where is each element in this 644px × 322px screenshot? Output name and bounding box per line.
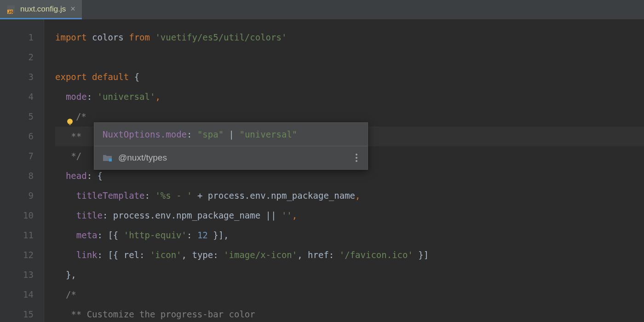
line-number[interactable]: 6 (0, 126, 44, 146)
svg-point-3 (67, 119, 73, 124)
code-line[interactable]: export default { (55, 67, 644, 87)
line-number[interactable]: 7 (0, 146, 44, 166)
code-line[interactable]: import colors from 'vuetify/es5/util/col… (55, 28, 644, 47)
code-area[interactable]: import colors from 'vuetify/es5/util/col… (44, 19, 644, 322)
code-line[interactable]: title: process.env.npm_package_name || '… (55, 206, 644, 225)
line-number[interactable]: 4 (0, 87, 44, 107)
code-line[interactable]: /* (55, 285, 644, 305)
type-info-popup: NuxtOptions.mode: "spa" | "universal" @n… (94, 122, 368, 170)
line-number[interactable]: 5 (0, 107, 44, 126)
js-file-icon: JS (6, 5, 16, 14)
line-number[interactable]: 2 (0, 47, 44, 67)
svg-rect-4 (69, 124, 71, 125)
svg-rect-5 (109, 159, 112, 161)
popup-source-label: @nuxt/types (118, 153, 167, 163)
code-line[interactable]: meta: [{ 'http-equiv': 12 }], (55, 225, 644, 245)
tab-bar: JS nuxt.config.js × (0, 0, 644, 19)
code-line[interactable] (55, 47, 644, 67)
code-line[interactable]: mode: 'universal', (55, 87, 644, 107)
line-number[interactable]: 11 (0, 225, 44, 245)
tab-active[interactable]: JS nuxt.config.js × (0, 0, 82, 19)
popup-source-row: @nuxt/types (94, 146, 368, 169)
line-number[interactable]: 10 (0, 206, 44, 225)
code-line[interactable]: titleTemplate: '%s - ' + process.env.npm… (55, 186, 644, 206)
more-options-icon[interactable] (354, 152, 359, 164)
popup-type-signature: NuxtOptions.mode: "spa" | "universal" (94, 123, 368, 146)
editor: 1 2 3 4 5 6 7 8 9 10 11 12 13 14 15 − − … (0, 19, 644, 322)
svg-text:JS: JS (8, 10, 13, 14)
line-number[interactable]: 12 (0, 245, 44, 265)
line-number[interactable]: 13 (0, 265, 44, 285)
line-number[interactable]: 3 (0, 67, 44, 87)
close-icon[interactable]: × (70, 4, 75, 14)
line-number[interactable]: 8 (0, 166, 44, 186)
line-number[interactable]: 1 (0, 28, 44, 47)
line-number[interactable]: 14 (0, 285, 44, 305)
gutter: 1 2 3 4 5 6 7 8 9 10 11 12 13 14 15 (0, 19, 44, 322)
line-number[interactable]: 15 (0, 305, 44, 322)
code-line[interactable]: }, (55, 265, 644, 285)
folder-icon (103, 154, 113, 162)
line-number[interactable]: 9 (0, 186, 44, 206)
tab-filename: nuxt.config.js (20, 5, 66, 14)
code-line[interactable]: ** Customize the progress-bar color (55, 305, 644, 322)
intention-bulb-icon[interactable] (66, 113, 74, 121)
code-line[interactable]: link: [{ rel: 'icon', type: 'image/x-ico… (55, 245, 644, 265)
